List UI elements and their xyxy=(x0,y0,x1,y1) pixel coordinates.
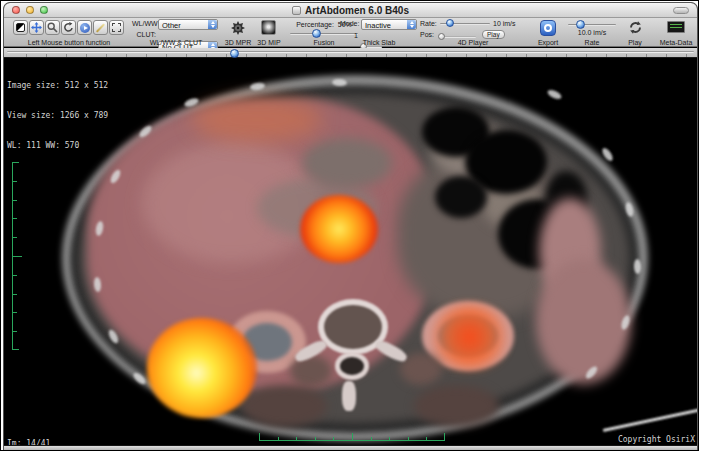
rate4d-slider-thumb[interactable] xyxy=(446,19,454,27)
measure-tool-button[interactable] xyxy=(93,20,108,35)
pan-tool-button[interactable] xyxy=(29,20,44,35)
browse-icon xyxy=(80,23,90,33)
overlay-top-left: Image size: 512 x 512 View size: 1266 x … xyxy=(7,61,108,171)
rate4d-slider[interactable] xyxy=(440,23,490,25)
browse-tool-button[interactable] xyxy=(77,20,92,35)
image-viewport[interactable]: Image size: 512 x 512 View size: 1266 x … xyxy=(4,59,698,445)
export-group: Export xyxy=(532,18,564,47)
wlww-popup-value: Other xyxy=(162,21,181,30)
rate-label: Rate xyxy=(566,39,618,46)
pet-wash-liver-dome xyxy=(192,97,322,142)
overlay-view-size: View size: 1266 x 789 xyxy=(7,111,108,121)
rotate-tool-button[interactable] xyxy=(61,20,76,35)
rate-value: 10.0 im/s xyxy=(566,29,618,36)
ct-air-pocket-4 xyxy=(435,176,487,218)
horizontal-scale-ruler xyxy=(259,433,445,441)
player4d-group: Rate: 10 im/s Pos: Play 4D Player xyxy=(420,18,526,47)
gear-icon[interactable] xyxy=(230,20,246,36)
play4d-button-label: Play xyxy=(487,31,500,38)
rate4d-label: Rate: xyxy=(420,20,437,27)
roi-tool-button[interactable] xyxy=(109,20,124,35)
slab-count: 1 xyxy=(354,32,358,39)
play4d-button[interactable]: Play xyxy=(482,30,505,39)
pet-hotspot-central xyxy=(300,195,378,263)
zoom-tool-button[interactable] xyxy=(45,20,60,35)
ct-back-muscle-left xyxy=(414,385,499,427)
export-label: Export xyxy=(532,39,564,46)
mode-popup[interactable]: Inactive xyxy=(361,19,417,30)
toolbar-toggle-capsule-button[interactable] xyxy=(673,7,689,14)
pet-hotspot-left-kidney xyxy=(427,303,512,371)
wlww-clut-group-label: WL/WW & CLUT xyxy=(132,39,220,46)
mouse-function-group: Left Mouse button function xyxy=(10,18,128,47)
overlay-bottom-left: Im: 14/41 Thickness: 6.0 mm Location: -1… xyxy=(7,419,176,445)
titlebar: ArtAbdomen 6.0 B40s xyxy=(4,3,697,18)
pet-hotspot-liver-inferior xyxy=(147,318,257,418)
quicktime-export-icon[interactable] xyxy=(540,20,556,36)
refresh-play-icon[interactable] xyxy=(628,20,643,35)
image-navigation-bar xyxy=(4,48,697,58)
window-title-text: ArtAbdomen 6.0 B40s xyxy=(305,5,409,16)
pos4d-slider[interactable] xyxy=(440,36,476,38)
play-group: Play xyxy=(620,18,650,47)
wlww-popup[interactable]: Other xyxy=(158,19,218,30)
vertical-scale-ruler xyxy=(12,162,22,350)
popup-stepper-icon xyxy=(407,20,416,29)
overlay-image-size: Image size: 512 x 512 xyxy=(7,81,108,91)
mip-thumbnail-icon[interactable] xyxy=(261,20,276,35)
pan-icon xyxy=(31,22,42,33)
window-title: ArtAbdomen 6.0 B40s xyxy=(4,5,697,16)
window-proxy-icon xyxy=(292,6,301,15)
thick-slab-group: Mode: Inactive 1 Thick Slab xyxy=(340,18,418,47)
osirix-window: ArtAbdomen 6.0 B40s Left Mouse xyxy=(3,2,698,450)
overlay-wl-ww: WL: 111 WW: 570 xyxy=(7,141,108,151)
measure-icon xyxy=(96,23,105,32)
screenshot: ArtAbdomen 6.0 B40s Left Mouse xyxy=(0,0,699,451)
rate4d-value: 10 im/s xyxy=(493,20,516,27)
fusion-percentage-label: Percentage: xyxy=(296,21,334,28)
magnify-icon xyxy=(47,22,58,33)
rate-slider[interactable] xyxy=(568,24,616,26)
rotate-icon xyxy=(63,22,74,33)
metadata-label: Meta-Data xyxy=(656,39,696,46)
contrast-icon xyxy=(16,23,25,32)
rate-slider-thumb[interactable] xyxy=(576,20,585,29)
wlww-label: WL/WW xyxy=(132,20,156,27)
ct-spinal-canal xyxy=(335,352,369,380)
mpr-group: 3D MPR xyxy=(222,18,254,47)
popup-stepper-icon xyxy=(208,20,217,29)
mode-label: Mode: xyxy=(340,20,359,27)
mip-group: 3D MIP xyxy=(254,18,284,47)
play-label: Play xyxy=(620,39,650,46)
overlay-copyright: Copyright OsiriX xyxy=(618,435,695,445)
image-slider-track[interactable] xyxy=(7,51,694,53)
toolbar: Left Mouse button function WL/WW Other C… xyxy=(4,18,697,47)
ct-vessel-region xyxy=(302,138,392,188)
window-bottom-edge xyxy=(4,445,697,450)
rate-group: 10.0 im/s Rate xyxy=(566,18,618,47)
mip-label: 3D MIP xyxy=(254,39,284,46)
roi-icon xyxy=(112,23,121,32)
mpr-label: 3D MPR xyxy=(222,39,254,46)
ct-spinous-process xyxy=(342,381,356,411)
wlww-tool-button[interactable] xyxy=(13,20,28,35)
image-slider-ticks xyxy=(7,54,694,57)
ct-spleen xyxy=(536,259,631,384)
mode-popup-value: Inactive xyxy=(365,21,391,30)
ct-back-muscle-right xyxy=(242,385,327,427)
ct-skin-fold-line xyxy=(603,405,698,432)
wlww-clut-group: WL/WW Other CLUT: No CLUT WL/WW & CLUT xyxy=(132,18,220,47)
fusion-slider-thumb[interactable] xyxy=(312,29,321,38)
player4d-label: 4D Player xyxy=(420,39,526,46)
mouse-function-label: Left Mouse button function xyxy=(10,39,128,46)
clut-label: CLUT: xyxy=(132,31,156,38)
metadata-group: Meta-Data xyxy=(656,18,696,47)
pos4d-label: Pos: xyxy=(420,31,434,38)
thick-slab-label: Thick Slab xyxy=(340,39,418,46)
overlay-image-index: Im: 14/41 xyxy=(7,439,176,445)
metadata-icon[interactable] xyxy=(667,21,685,33)
image-slider-thumb[interactable] xyxy=(230,49,239,58)
